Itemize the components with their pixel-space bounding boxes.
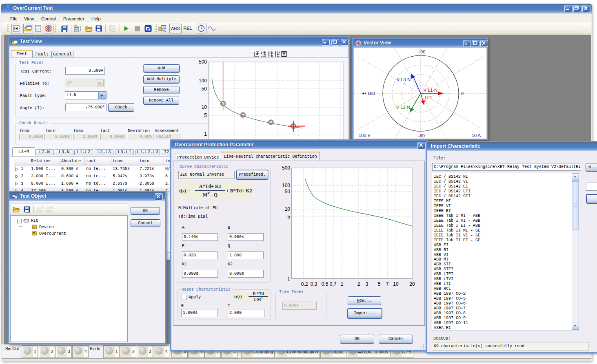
svg-text:10 A: 10 A — [472, 133, 481, 138]
svg-text:20: 20 — [409, 281, 415, 287]
svg-text:10: 10 — [285, 206, 291, 212]
svg-text:I L1: I L1 — [425, 95, 432, 100]
svg-text:0.3: 0.3 — [311, 281, 317, 287]
svg-text:7: 7 — [386, 281, 389, 287]
svg-text:500: 500 — [282, 165, 290, 171]
svg-text:3: 3 — [366, 281, 368, 287]
svg-text:5: 5 — [204, 113, 207, 118]
svg-text:0: 0 — [461, 91, 464, 96]
svg-text:10: 10 — [393, 281, 399, 287]
svg-text:10: 10 — [202, 104, 207, 110]
svg-text:50: 50 — [285, 189, 291, 194]
svg-text:1: 1 — [341, 281, 344, 287]
svg-text:100: 100 — [282, 183, 290, 188]
svg-text:1: 1 — [204, 131, 207, 137]
svg-text:V L3-N: V L3-N — [397, 77, 411, 82]
svg-text:0.2: 0.2 — [301, 281, 308, 287]
svg-text:0.7: 0.7 — [330, 281, 337, 287]
svg-text:5: 5 — [378, 281, 381, 287]
svg-text:V L1-N: V L1-N — [424, 88, 437, 93]
svg-text:2: 2 — [357, 281, 360, 287]
svg-text:V L2-N: V L2-N — [396, 105, 410, 110]
svg-text:+/-180: +/-180 — [362, 91, 375, 96]
svg-text:-90: -90 — [418, 133, 425, 138]
svg-text:1: 1 — [287, 276, 290, 282]
svg-text:+90: +90 — [418, 49, 426, 54]
svg-text:100 V: 100 V — [359, 133, 371, 138]
svg-text:0.5: 0.5 — [322, 281, 328, 287]
svg-text:500: 500 — [199, 59, 207, 65]
svg-text:100: 100 — [199, 78, 207, 84]
svg-text:50: 50 — [202, 86, 207, 92]
svg-text:5: 5 — [287, 214, 290, 220]
